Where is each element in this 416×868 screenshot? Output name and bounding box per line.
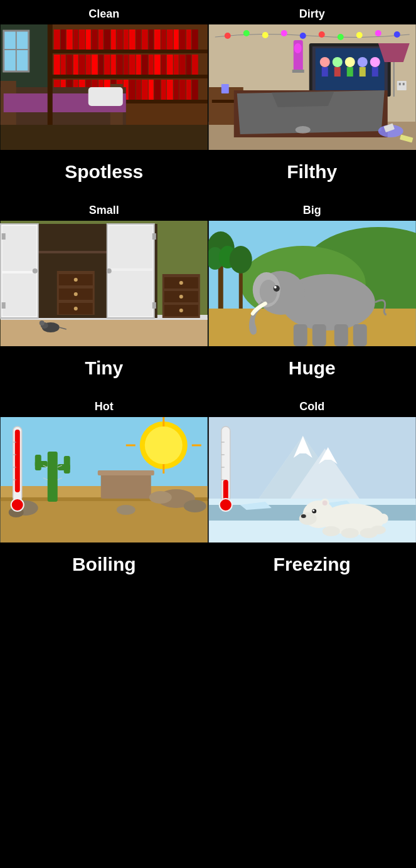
svg-rect-101 <box>321 67 328 77</box>
svg-rect-21 <box>149 29 154 50</box>
svg-point-95 <box>375 30 381 36</box>
svg-rect-9 <box>73 29 78 50</box>
svg-point-232 <box>312 510 314 512</box>
svg-rect-31 <box>67 55 73 75</box>
svg-rect-149 <box>2 302 6 309</box>
svg-rect-141 <box>3 226 36 271</box>
svg-point-89 <box>262 32 268 38</box>
image-clean <box>0 24 208 150</box>
svg-point-242 <box>219 499 232 511</box>
svg-rect-68 <box>154 80 161 100</box>
svg-rect-117 <box>221 84 228 93</box>
label-cold-bottom: Freezing <box>208 542 417 589</box>
svg-point-100 <box>319 57 329 67</box>
label-hot-bottom: Boiling <box>0 542 208 589</box>
svg-point-192 <box>145 426 183 464</box>
label-hot-top: Hot <box>0 393 208 417</box>
svg-rect-42 <box>136 55 141 75</box>
svg-rect-69 <box>161 80 166 100</box>
svg-rect-20 <box>142 29 148 50</box>
svg-rect-49 <box>179 55 186 75</box>
image-big <box>208 221 417 346</box>
label-small-top: Small <box>0 196 208 221</box>
svg-rect-44 <box>149 55 154 75</box>
svg-rect-178 <box>312 324 326 346</box>
svg-rect-66 <box>142 80 148 100</box>
svg-rect-125 <box>397 81 406 90</box>
svg-rect-27 <box>186 29 191 50</box>
svg-rect-45 <box>154 55 161 75</box>
svg-point-87 <box>224 33 230 39</box>
svg-point-238 <box>370 526 385 534</box>
svg-point-236 <box>341 528 358 538</box>
svg-rect-13 <box>99 29 104 50</box>
svg-rect-67 <box>149 80 154 100</box>
page-container: Clean <box>0 0 416 589</box>
svg-point-209 <box>184 500 206 512</box>
cell-dirty: Dirty <box>208 0 417 196</box>
svg-rect-32 <box>73 55 78 75</box>
label-cold-top: Cold <box>208 393 417 417</box>
svg-rect-105 <box>346 67 353 77</box>
svg-rect-33 <box>79 55 85 75</box>
cell-small: Small <box>0 196 208 393</box>
svg-point-94 <box>356 32 362 38</box>
svg-point-102 <box>332 57 342 67</box>
svg-rect-41 <box>129 55 136 75</box>
svg-rect-7 <box>61 29 66 50</box>
image-small <box>0 221 208 346</box>
svg-point-147 <box>107 268 112 273</box>
svg-rect-197 <box>48 452 58 502</box>
svg-rect-71 <box>174 80 179 100</box>
svg-rect-36 <box>99 55 104 75</box>
svg-rect-40 <box>124 55 129 75</box>
svg-rect-201 <box>64 456 70 474</box>
svg-rect-72 <box>179 80 186 100</box>
svg-rect-199 <box>35 455 41 470</box>
svg-point-158 <box>179 309 183 312</box>
svg-rect-107 <box>359 67 365 77</box>
label-big-top: Big <box>208 196 417 221</box>
svg-rect-11 <box>86 29 91 50</box>
svg-rect-171 <box>238 268 242 309</box>
svg-point-229 <box>299 512 316 525</box>
svg-point-230 <box>301 514 306 518</box>
svg-rect-19 <box>136 29 141 50</box>
svg-rect-3 <box>51 50 208 53</box>
svg-point-91 <box>299 33 306 39</box>
svg-rect-127 <box>402 83 404 85</box>
svg-point-172 <box>229 246 252 273</box>
svg-rect-34 <box>86 55 91 75</box>
svg-rect-179 <box>334 324 348 346</box>
image-cold <box>208 417 417 542</box>
svg-rect-177 <box>293 324 307 346</box>
cell-cold: Cold <box>208 393 417 589</box>
svg-point-93 <box>337 34 343 40</box>
svg-point-157 <box>179 295 183 299</box>
svg-rect-23 <box>161 29 166 50</box>
svg-rect-16 <box>117 29 123 50</box>
svg-rect-29 <box>54 55 60 75</box>
svg-rect-12 <box>92 29 98 50</box>
svg-rect-103 <box>334 67 340 77</box>
cell-clean: Clean <box>0 0 208 196</box>
section-small-big: Small <box>0 196 416 393</box>
svg-rect-8 <box>67 29 73 50</box>
svg-rect-35 <box>92 55 98 75</box>
svg-rect-28 <box>192 29 198 50</box>
label-dirty-top: Dirty <box>208 0 417 24</box>
svg-rect-73 <box>186 80 191 100</box>
svg-rect-43 <box>142 55 148 75</box>
svg-rect-14 <box>104 29 110 50</box>
svg-rect-148 <box>2 233 6 240</box>
svg-marker-120 <box>271 91 334 107</box>
label-small-bottom: Tiny <box>0 346 208 393</box>
svg-rect-70 <box>167 80 173 100</box>
svg-point-239 <box>378 514 388 524</box>
cell-big: Big <box>208 196 417 393</box>
svg-rect-180 <box>353 324 366 346</box>
svg-rect-150 <box>152 233 156 240</box>
svg-rect-145 <box>109 226 152 268</box>
svg-rect-146 <box>109 271 152 316</box>
svg-point-137 <box>74 278 78 282</box>
